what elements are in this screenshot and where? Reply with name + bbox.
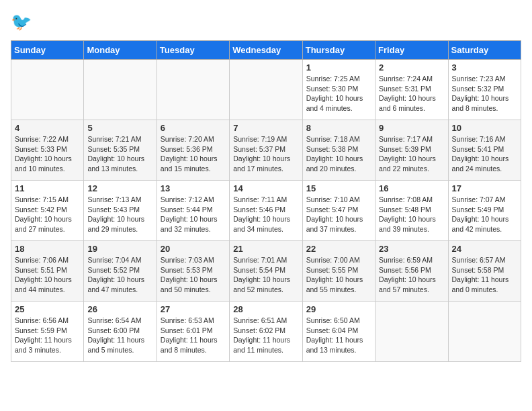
day-info: Sunrise: 7:23 AM Sunset: 5:32 PM Dayligh…	[452, 74, 517, 113]
day-number: 7	[233, 123, 298, 133]
calendar-cell: 13Sunrise: 7:12 AM Sunset: 5:44 PM Dayli…	[157, 181, 229, 241]
calendar-cell: 18Sunrise: 7:06 AM Sunset: 5:51 PM Dayli…	[11, 241, 84, 302]
calendar-cell: 21Sunrise: 7:01 AM Sunset: 5:54 PM Dayli…	[230, 241, 302, 302]
day-number: 12	[87, 183, 152, 193]
calendar-cell: 6Sunrise: 7:20 AM Sunset: 5:36 PM Daylig…	[157, 120, 229, 181]
weekday-header-saturday: Saturday	[448, 41, 521, 60]
calendar-cell	[375, 302, 448, 362]
weekday-header-friday: Friday	[375, 41, 448, 60]
calendar-cell: 9Sunrise: 7:17 AM Sunset: 5:39 PM Daylig…	[375, 120, 448, 181]
calendar-cell: 5Sunrise: 7:21 AM Sunset: 5:35 PM Daylig…	[84, 120, 157, 181]
calendar-cell: 1Sunrise: 7:25 AM Sunset: 5:30 PM Daylig…	[302, 60, 375, 120]
day-number: 16	[379, 183, 444, 193]
week-row-4: 18Sunrise: 7:06 AM Sunset: 5:51 PM Dayli…	[11, 241, 521, 302]
calendar-cell: 2Sunrise: 7:24 AM Sunset: 5:31 PM Daylig…	[375, 60, 448, 120]
weekday-header-thursday: Thursday	[302, 41, 375, 60]
calendar-cell: 11Sunrise: 7:15 AM Sunset: 5:42 PM Dayli…	[11, 181, 84, 241]
calendar-cell: 29Sunrise: 6:50 AM Sunset: 6:04 PM Dayli…	[302, 302, 375, 362]
day-number: 3	[452, 62, 517, 73]
day-info: Sunrise: 6:51 AM Sunset: 6:02 PM Dayligh…	[233, 316, 298, 355]
day-info: Sunrise: 7:15 AM Sunset: 5:42 PM Dayligh…	[15, 195, 80, 234]
day-info: Sunrise: 7:10 AM Sunset: 5:47 PM Dayligh…	[306, 195, 371, 234]
day-info: Sunrise: 6:54 AM Sunset: 6:00 PM Dayligh…	[87, 316, 152, 355]
day-number: 17	[452, 183, 517, 193]
calendar-cell	[84, 60, 157, 120]
day-number: 15	[306, 183, 371, 193]
day-info: Sunrise: 7:01 AM Sunset: 5:54 PM Dayligh…	[233, 255, 298, 295]
day-number: 5	[87, 123, 152, 133]
calendar-cell	[11, 60, 84, 120]
day-number: 11	[15, 183, 80, 193]
day-info: Sunrise: 7:07 AM Sunset: 5:49 PM Dayligh…	[452, 195, 517, 234]
day-number: 29	[306, 304, 371, 314]
day-info: Sunrise: 7:04 AM Sunset: 5:52 PM Dayligh…	[87, 255, 152, 295]
day-number: 26	[87, 304, 152, 314]
weekday-header-monday: Monday	[84, 41, 157, 60]
calendar-cell: 20Sunrise: 7:03 AM Sunset: 5:53 PM Dayli…	[157, 241, 229, 302]
calendar-cell: 28Sunrise: 6:51 AM Sunset: 6:02 PM Dayli…	[230, 302, 302, 362]
calendar-cell	[448, 302, 521, 362]
day-number: 23	[379, 244, 444, 254]
calendar-cell	[230, 60, 302, 120]
day-number: 22	[306, 244, 371, 254]
logo-icon: 🐦	[11, 11, 35, 35]
day-number: 13	[161, 183, 226, 193]
day-info: Sunrise: 6:50 AM Sunset: 6:04 PM Dayligh…	[306, 316, 371, 355]
weekday-header-tuesday: Tuesday	[157, 41, 229, 60]
day-number: 6	[161, 123, 226, 133]
calendar-cell	[157, 60, 229, 120]
calendar-table: SundayMondayTuesdayWednesdayThursdayFrid…	[11, 40, 521, 362]
calendar-cell: 22Sunrise: 7:00 AM Sunset: 5:55 PM Dayli…	[302, 241, 375, 302]
day-number: 10	[452, 123, 517, 133]
day-number: 8	[306, 123, 371, 133]
day-info: Sunrise: 6:56 AM Sunset: 5:59 PM Dayligh…	[15, 316, 80, 355]
day-number: 21	[233, 244, 298, 254]
weekday-header-sunday: Sunday	[11, 41, 84, 60]
day-number: 25	[15, 304, 80, 314]
week-row-2: 4Sunrise: 7:22 AM Sunset: 5:33 PM Daylig…	[11, 120, 521, 181]
calendar-cell: 27Sunrise: 6:53 AM Sunset: 6:01 PM Dayli…	[157, 302, 229, 362]
day-number: 27	[161, 304, 226, 314]
day-number: 19	[87, 244, 152, 254]
day-info: Sunrise: 7:18 AM Sunset: 5:38 PM Dayligh…	[306, 134, 371, 174]
day-info: Sunrise: 7:20 AM Sunset: 5:36 PM Dayligh…	[161, 134, 226, 174]
week-row-1: 1Sunrise: 7:25 AM Sunset: 5:30 PM Daylig…	[11, 60, 521, 120]
svg-text:🐦: 🐦	[11, 11, 32, 32]
day-info: Sunrise: 7:19 AM Sunset: 5:37 PM Dayligh…	[233, 134, 298, 174]
calendar-cell: 17Sunrise: 7:07 AM Sunset: 5:49 PM Dayli…	[448, 181, 521, 241]
calendar-cell: 7Sunrise: 7:19 AM Sunset: 5:37 PM Daylig…	[230, 120, 302, 181]
day-number: 20	[161, 244, 226, 254]
day-info: Sunrise: 6:53 AM Sunset: 6:01 PM Dayligh…	[161, 316, 226, 355]
header: 🐦	[11, 11, 521, 35]
day-info: Sunrise: 7:16 AM Sunset: 5:41 PM Dayligh…	[452, 134, 517, 174]
day-info: Sunrise: 7:24 AM Sunset: 5:31 PM Dayligh…	[379, 74, 444, 113]
day-info: Sunrise: 6:57 AM Sunset: 5:58 PM Dayligh…	[452, 255, 517, 295]
day-number: 4	[15, 123, 80, 133]
calendar-cell: 10Sunrise: 7:16 AM Sunset: 5:41 PM Dayli…	[448, 120, 521, 181]
day-info: Sunrise: 7:06 AM Sunset: 5:51 PM Dayligh…	[15, 255, 80, 295]
calendar-cell: 4Sunrise: 7:22 AM Sunset: 5:33 PM Daylig…	[11, 120, 84, 181]
day-number: 28	[233, 304, 298, 314]
calendar-cell: 14Sunrise: 7:11 AM Sunset: 5:46 PM Dayli…	[230, 181, 302, 241]
calendar-cell: 24Sunrise: 6:57 AM Sunset: 5:58 PM Dayli…	[448, 241, 521, 302]
day-info: Sunrise: 7:13 AM Sunset: 5:43 PM Dayligh…	[87, 195, 152, 234]
calendar-cell: 19Sunrise: 7:04 AM Sunset: 5:52 PM Dayli…	[84, 241, 157, 302]
day-number: 2	[379, 62, 444, 73]
day-info: Sunrise: 7:21 AM Sunset: 5:35 PM Dayligh…	[87, 134, 152, 174]
calendar-cell: 16Sunrise: 7:08 AM Sunset: 5:48 PM Dayli…	[375, 181, 448, 241]
calendar-cell: 23Sunrise: 6:59 AM Sunset: 5:56 PM Dayli…	[375, 241, 448, 302]
calendar-cell: 26Sunrise: 6:54 AM Sunset: 6:00 PM Dayli…	[84, 302, 157, 362]
week-row-5: 25Sunrise: 6:56 AM Sunset: 5:59 PM Dayli…	[11, 302, 521, 362]
weekday-header-row: SundayMondayTuesdayWednesdayThursdayFrid…	[11, 41, 521, 60]
calendar-cell: 15Sunrise: 7:10 AM Sunset: 5:47 PM Dayli…	[302, 181, 375, 241]
week-row-3: 11Sunrise: 7:15 AM Sunset: 5:42 PM Dayli…	[11, 181, 521, 241]
calendar-cell: 25Sunrise: 6:56 AM Sunset: 5:59 PM Dayli…	[11, 302, 84, 362]
day-number: 18	[15, 244, 80, 254]
day-number: 14	[233, 183, 298, 193]
day-info: Sunrise: 7:00 AM Sunset: 5:55 PM Dayligh…	[306, 255, 371, 295]
day-info: Sunrise: 7:11 AM Sunset: 5:46 PM Dayligh…	[233, 195, 298, 234]
calendar-cell: 12Sunrise: 7:13 AM Sunset: 5:43 PM Dayli…	[84, 181, 157, 241]
day-info: Sunrise: 7:03 AM Sunset: 5:53 PM Dayligh…	[161, 255, 226, 295]
day-info: Sunrise: 6:59 AM Sunset: 5:56 PM Dayligh…	[379, 255, 444, 295]
day-number: 1	[306, 62, 371, 73]
